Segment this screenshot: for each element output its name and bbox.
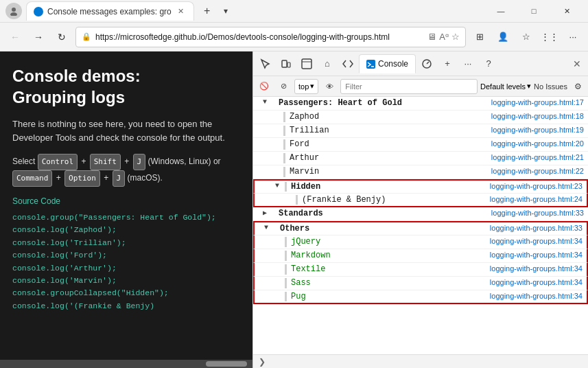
page-title: Console demos:Grouping logs [12,65,240,108]
log-link[interactable]: logging-with-groups.html:34 [490,278,587,286]
log-link[interactable]: logging-with-groups.html:22 [491,167,588,175]
log-link[interactable]: logging-with-groups.html:17 [491,98,588,106]
device-emulation-button[interactable] [277,54,296,73]
close-button[interactable]: ✕ [551,0,583,23]
table-row[interactable]: Zaphodlogging-with-groups.html:18 [253,111,588,124]
keyboard-hint: Select Control + Shift + J (Windows, Lin… [12,154,240,187]
refresh-button[interactable]: ↻ [52,27,71,47]
log-text: (Frankie & Benjy) [301,195,490,205]
elements-button[interactable] [297,54,316,73]
log-text: Zaphod [288,112,491,122]
top-context-select[interactable]: top ▾ [294,79,318,94]
table-row[interactable]: Arthurlogging-with-groups.html:21 [253,152,588,165]
favorites-button[interactable]: ☆ [517,27,536,47]
more-tools-button[interactable]: ··· [458,54,478,73]
page-content: Console demos:Grouping logs There is not… [0,51,252,368]
source-code-label: Source Code [12,196,240,206]
log-link[interactable]: logging-with-groups.html:19 [491,126,588,134]
block-button[interactable]: ⊘ [275,78,292,95]
forward-button[interactable]: → [29,27,48,47]
log-link[interactable]: logging-with-groups.html:20 [491,139,588,148]
tab-bar: Console messages examples: gro ✕ + ▾ [26,1,485,21]
table-row[interactable]: Puglogging-with-groups.html:34 [253,290,588,304]
expand-icon[interactable]: ▶ [263,209,272,217]
devtools-close-button[interactable]: ✕ [569,56,585,72]
log-link[interactable]: logging-with-groups.html:33 [490,224,587,232]
eye-button[interactable]: 👁 [321,78,338,95]
log-link[interactable]: logging-with-groups.html:34 [490,251,587,259]
kbd-command: Command [12,170,52,187]
console-output[interactable]: ▼Passengers: Heart of Goldlogging-with-g… [253,97,588,354]
profile-button[interactable]: 👤 [493,27,513,47]
new-tab-button[interactable]: + [197,1,217,21]
log-text: Sass [290,278,490,288]
table-row[interactable]: Sasslogging-with-groups.html:34 [253,277,588,290]
maximize-button[interactable]: □ [518,0,550,23]
lock-icon: 🔒 [82,32,91,41]
tab-close-button[interactable]: ✕ [176,6,187,17]
performance-button[interactable] [417,54,436,73]
log-link[interactable]: logging-with-groups.html:34 [490,237,587,245]
minimize-button[interactable]: — [485,0,517,23]
collections-button[interactable]: ⋮⋮ [540,27,559,47]
clear-console-button[interactable]: 🚫 [256,78,272,95]
table-row[interactable]: ▼Passengers: Heart of Goldlogging-with-g… [253,97,588,111]
log-text: Passengers: Heart of Gold [277,98,491,108]
log-link[interactable]: logging-with-groups.html:34 [490,292,587,300]
tab-menu-button[interactable]: ▾ [217,1,234,21]
kbd-option: Option [64,170,100,187]
expand-icon[interactable]: ▼ [263,98,272,106]
top-label: top [298,82,309,91]
svg-point-1 [10,12,17,16]
console-settings-button[interactable]: ⚙ [570,79,585,94]
indent-border [283,153,285,163]
log-link[interactable]: logging-with-groups.html:23 [490,182,587,190]
svg-point-0 [12,8,16,12]
log-link[interactable]: logging-with-groups.html:33 [491,209,588,217]
table-row[interactable]: Trillianlogging-with-groups.html:19 [253,124,588,138]
log-link[interactable]: logging-with-groups.html:21 [491,153,588,161]
svg-rect-4 [302,59,311,69]
page-scrollbar-thumb[interactable] [206,361,247,367]
log-text: Trillian [288,126,491,135]
url-icons: 🖥 Aᵅ ☆ [427,32,460,42]
indent-border [283,126,285,136]
log-link[interactable]: logging-with-groups.html:24 [490,195,587,203]
table-row[interactable]: Fordlogging-with-groups.html:20 [253,138,588,152]
sources-button[interactable] [338,54,357,73]
expand-icon[interactable]: ▼ [275,182,285,189]
add-to-fav-icon[interactable]: 🖥 [427,32,436,42]
menu-button[interactable]: ··· [563,27,583,47]
table-row[interactable]: Textilelogging-with-groups.html:34 [253,263,588,277]
add-panel-button[interactable]: + [438,54,457,73]
table-row[interactable]: ▼Hiddenlogging-with-groups.html:23 [253,179,588,194]
reader-icon[interactable]: Aᵅ [439,32,449,42]
table-row[interactable]: ▶Standardslogging-with-groups.html:33 [253,207,588,221]
filter-input[interactable] [340,79,478,94]
table-row[interactable]: jQuerylogging-with-groups.html:34 [253,235,588,249]
back-button[interactable]: ← [5,27,25,47]
favorites-icon[interactable]: ☆ [451,32,460,42]
log-link[interactable]: logging-with-groups.html:18 [491,112,588,120]
default-levels-select[interactable]: Default levels ▾ [480,82,531,91]
console-tab[interactable]: Console [359,54,416,73]
active-tab[interactable]: Console messages examples: gro ✕ [26,1,194,21]
svg-rect-2 [282,60,287,67]
extensions-button[interactable]: ⊞ [470,27,489,47]
tab-title: Console messages examples: gro [47,7,172,16]
url-bar[interactable]: 🔒 https://microsoftedge.github.io/Demos/… [75,27,466,47]
expand-icon[interactable]: ▼ [264,224,274,231]
table-row[interactable]: (Frankie & Benjy)logging-with-groups.htm… [253,194,588,207]
home-button[interactable]: ⌂ [318,54,337,73]
inspect-element-button[interactable] [256,54,275,73]
indent-border [283,167,285,177]
table-row[interactable]: Markdownlogging-with-groups.html:34 [253,249,588,263]
table-row[interactable]: ▼Otherslogging-with-groups.html:33 [253,221,588,235]
table-row[interactable]: Marvinlogging-with-groups.html:22 [253,165,588,179]
chevron-right-icon: ❯ [259,357,266,367]
profile-icon[interactable] [5,3,22,19]
page-scrollbar[interactable] [0,360,252,368]
help-button[interactable]: ? [479,54,498,73]
titlebar: Console messages examples: gro ✕ + ▾ — □… [0,0,588,23]
log-link[interactable]: logging-with-groups.html:34 [490,264,587,273]
